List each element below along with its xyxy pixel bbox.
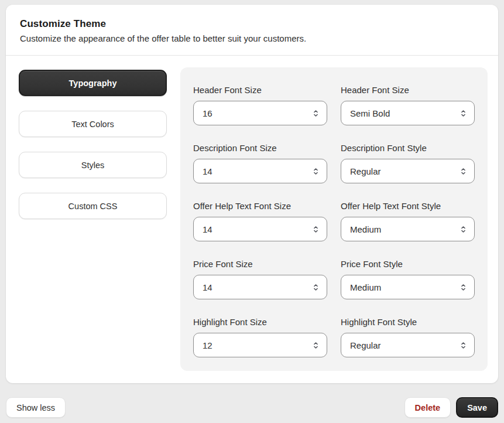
tab-text-colors[interactable]: Text Colors bbox=[19, 111, 167, 137]
description-font-size-select[interactable]: 14 bbox=[193, 159, 327, 183]
select-value: 14 bbox=[203, 166, 212, 176]
field-highlight-font-style: Highlight Font Style Regular bbox=[341, 316, 475, 357]
highlight-font-size-select[interactable]: 12 bbox=[193, 333, 327, 357]
field-grid: Header Font Size 16 Header Font Size Sem… bbox=[193, 84, 475, 357]
tab-styles[interactable]: Styles bbox=[19, 152, 167, 178]
field-label: Header Font Size bbox=[341, 84, 475, 95]
caret-updown-icon bbox=[312, 167, 320, 176]
caret-updown-icon bbox=[460, 225, 467, 234]
field-label: Highlight Font Size bbox=[193, 316, 327, 328]
select-value: Medium bbox=[350, 224, 381, 234]
field-label: Offer Help Text Font Style bbox=[341, 200, 475, 211]
show-less-button[interactable]: Show less bbox=[6, 397, 66, 418]
header-font-style-select[interactable]: Semi Bold bbox=[341, 101, 475, 125]
select-value: Medium bbox=[350, 282, 381, 292]
field-offer-help-text-font-size: Offer Help Text Font Size 14 bbox=[193, 200, 327, 241]
card-body: Typography Text Colors Styles Custom CSS… bbox=[6, 56, 498, 383]
caret-updown-icon bbox=[460, 167, 467, 176]
caret-updown-icon bbox=[312, 109, 320, 118]
delete-button[interactable]: Delete bbox=[404, 397, 451, 418]
header-font-size-select[interactable]: 16 bbox=[193, 101, 327, 125]
caret-updown-icon bbox=[312, 283, 320, 292]
field-label: Highlight Font Style bbox=[341, 316, 475, 328]
highlight-font-style-select[interactable]: Regular bbox=[341, 333, 475, 357]
footer-actions: Show less Delete Save bbox=[6, 397, 498, 418]
field-highlight-font-size: Highlight Font Size 12 bbox=[193, 316, 327, 357]
tab-typography[interactable]: Typography bbox=[19, 70, 167, 96]
caret-updown-icon bbox=[460, 283, 467, 292]
offer-help-text-font-style-select[interactable]: Medium bbox=[341, 217, 475, 241]
page-title: Customize Theme bbox=[20, 18, 484, 30]
select-value: 12 bbox=[203, 340, 212, 350]
price-font-size-select[interactable]: 14 bbox=[193, 275, 327, 299]
customize-theme-card: Customize Theme Customize the appearance… bbox=[6, 5, 498, 383]
tab-custom-css[interactable]: Custom CSS bbox=[19, 193, 167, 219]
description-font-style-select[interactable]: Regular bbox=[341, 159, 475, 183]
select-value: Semi Bold bbox=[350, 108, 390, 118]
field-label: Description Font Style bbox=[341, 142, 475, 153]
caret-updown-icon bbox=[460, 109, 467, 118]
caret-updown-icon bbox=[312, 341, 320, 350]
field-label: Offer Help Text Font Size bbox=[193, 200, 327, 211]
field-label: Description Font Size bbox=[193, 142, 327, 153]
page-subtitle: Customize the appearance of the offer ta… bbox=[20, 33, 484, 43]
field-label: Price Font Style bbox=[341, 258, 475, 270]
select-value: 14 bbox=[203, 282, 212, 292]
select-value: 14 bbox=[203, 224, 212, 234]
select-value: Regular bbox=[350, 166, 381, 176]
caret-updown-icon bbox=[312, 225, 320, 234]
field-offer-help-text-font-style: Offer Help Text Font Style Medium bbox=[341, 200, 475, 241]
field-description-font-size: Description Font Size 14 bbox=[193, 142, 327, 183]
typography-settings-panel: Header Font Size 16 Header Font Size Sem… bbox=[180, 67, 488, 371]
price-font-style-select[interactable]: Medium bbox=[341, 275, 475, 299]
card-header: Customize Theme Customize the appearance… bbox=[6, 5, 498, 56]
offer-help-text-font-size-select[interactable]: 14 bbox=[193, 217, 327, 241]
select-value: 16 bbox=[203, 108, 212, 118]
field-header-font-size: Header Font Size 16 bbox=[193, 84, 327, 125]
caret-updown-icon bbox=[460, 341, 467, 350]
theme-section-tabs: Typography Text Colors Styles Custom CSS bbox=[19, 67, 167, 219]
save-button[interactable]: Save bbox=[456, 397, 498, 418]
field-price-font-size: Price Font Size 14 bbox=[193, 258, 327, 299]
field-description-font-style: Description Font Style Regular bbox=[341, 142, 475, 183]
field-label: Header Font Size bbox=[193, 84, 327, 95]
field-header-font-style: Header Font Size Semi Bold bbox=[341, 84, 475, 125]
select-value: Regular bbox=[350, 340, 381, 350]
field-price-font-style: Price Font Style Medium bbox=[341, 258, 475, 299]
footer-right-actions: Delete Save bbox=[404, 397, 498, 418]
field-label: Price Font Size bbox=[193, 258, 327, 270]
